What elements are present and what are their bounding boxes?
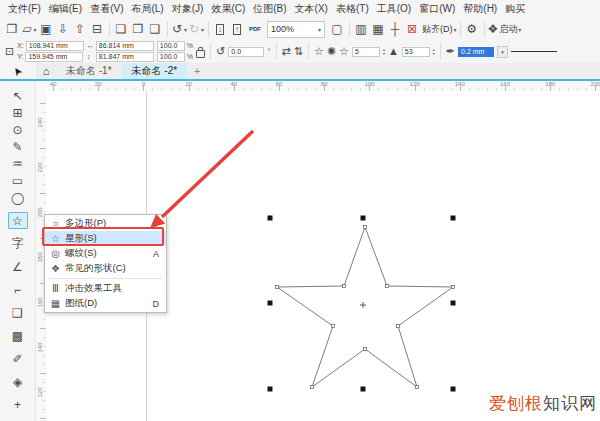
shadow-tool[interactable]: ❑	[8, 304, 28, 321]
menu-view[interactable]: 查看(V)	[86, 1, 127, 17]
open-button[interactable]: ▱	[21, 20, 38, 38]
height-field[interactable]: 81.847 mm	[96, 52, 154, 62]
menu-buy[interactable]: 购买	[501, 1, 529, 17]
zoom-tool[interactable]: ⊙	[8, 121, 28, 138]
shape-tools-flyout: ○ 多边形(P) Y ☆ 星形(S) ◎ 螺纹(S) A ❖ 常见的形状(C)	[44, 214, 167, 313]
flyout-item-polygon[interactable]: ○ 多边形(P) Y	[45, 216, 166, 231]
new-tab-button[interactable]: +	[187, 63, 207, 79]
divider	[210, 43, 211, 60]
points-spinner[interactable]	[383, 48, 385, 56]
print-button[interactable]: ⊟	[89, 20, 106, 38]
menu-help[interactable]: 帮助(H)	[459, 1, 501, 17]
freehand-tool[interactable]: ✎	[8, 138, 28, 155]
show-rulers-button[interactable]: ▥	[353, 20, 370, 38]
outline-style-selector[interactable]	[511, 47, 557, 57]
cloud-download-button[interactable]: ⇩	[55, 20, 72, 38]
scale-h-field[interactable]: 100.0	[157, 41, 185, 51]
rotation-angle-field[interactable]: 0.0	[228, 47, 264, 57]
ellipse-tool[interactable]: ◯	[8, 189, 28, 206]
crop-tool[interactable]: ⊞	[8, 104, 28, 121]
points-icon: ☆	[339, 46, 349, 57]
x-position-field[interactable]: 108.941 mm	[26, 41, 84, 51]
polygon-tool[interactable]: ☆	[8, 212, 28, 229]
flyout-item-spiral[interactable]: ◎ 螺纹(S) A	[45, 246, 166, 261]
toolbar-button-icon: ▢	[331, 22, 342, 36]
home-icon: ⌂	[43, 65, 50, 77]
outline-width-field[interactable]: 0.2 mm	[458, 47, 494, 57]
width-field[interactable]: 86.814 mm	[96, 41, 154, 51]
menu-tools[interactable]: 工具(O)	[373, 1, 415, 17]
mirror-vertical-button[interactable]: ⇅	[294, 46, 303, 57]
menu-file[interactable]: 文件(F)	[4, 1, 45, 17]
sharpness-spinner[interactable]	[433, 48, 435, 56]
launch-button[interactable]: ❖ 启动	[488, 20, 522, 38]
lock-ratio-button[interactable]	[196, 50, 205, 58]
cut-button[interactable]: ❏	[113, 20, 130, 38]
menu-text[interactable]: 文本(X)	[291, 1, 332, 17]
options-button[interactable]: ⚙	[464, 20, 481, 38]
points-field[interactable]: 5	[352, 47, 380, 57]
new-document-button[interactable]: ❐	[4, 20, 21, 38]
scale-v-field[interactable]: 100.0	[157, 52, 185, 62]
show-guidelines-button[interactable]: ┼	[387, 20, 404, 38]
text-tool[interactable]: 字	[8, 235, 28, 252]
connector-tool[interactable]: ⌐	[8, 281, 28, 298]
menu-edit[interactable]: 编辑(E)	[45, 1, 86, 17]
pick-tool[interactable]: ➤	[0, 63, 36, 79]
show-grid-button[interactable]: ▦	[370, 20, 387, 38]
flyout-item-star[interactable]: ☆ 星形(S)	[45, 231, 166, 246]
star-mode-button[interactable]: ☆	[314, 46, 324, 57]
mirror-horizontal-button[interactable]: ⇄	[282, 46, 291, 57]
toolbar-button[interactable]	[167, 22, 168, 37]
save-button[interactable]: ▣	[38, 20, 55, 38]
shape-tool[interactable]: ↖	[8, 87, 28, 104]
document-tab[interactable]: 未命名 -2*	[122, 63, 188, 79]
complex-star-mode-button[interactable]: ✺	[327, 46, 336, 57]
home-tab-button[interactable]: ⌂	[36, 63, 56, 79]
fullscreen-preview-button[interactable]: ▢	[329, 20, 346, 38]
publish-pdf-button[interactable]: PDF	[246, 20, 263, 38]
menu-window[interactable]: 窗口(W)	[415, 1, 459, 17]
sharpness-field[interactable]: 53	[402, 47, 430, 57]
menu-bitmaps[interactable]: 位图(B)	[249, 1, 290, 17]
flyout-item-graph-paper[interactable]: ▦ 图纸(D) D	[45, 296, 166, 311]
rectangle-tool[interactable]: ▭	[8, 172, 28, 189]
menu-layout[interactable]: 布局(L)	[127, 1, 167, 17]
more-tools-button[interactable]: +	[8, 396, 28, 413]
copy-button[interactable]: ❐	[130, 20, 147, 38]
toolbar-button-icon: ↺	[172, 22, 182, 36]
flyout-item-common-shapes[interactable]: ❖ 常见的形状(C)	[45, 261, 166, 276]
menu-object[interactable]: 对象(J)	[168, 1, 208, 17]
pattern-fill-tool[interactable]: ▩	[8, 327, 28, 344]
redo-button[interactable]: ↻	[188, 20, 205, 38]
dimension-tool[interactable]: ∠	[8, 258, 28, 275]
undo-button[interactable]: ↺	[171, 20, 188, 38]
selection-handles[interactable]	[268, 216, 456, 392]
toolbar-button[interactable]	[349, 22, 350, 37]
tool-icon: ◯	[11, 191, 24, 205]
snap-to-button[interactable]: 贴齐(D)	[421, 20, 457, 38]
toolbar-button[interactable]	[208, 22, 209, 37]
toolbox: ↖ ⊞ ⊙ ✎ ♒ ▭ ◯	[0, 81, 36, 421]
outline-width-dropdown[interactable]: ▾	[497, 46, 508, 58]
paste-button[interactable]: ❑	[147, 20, 164, 38]
y-position-field[interactable]: 159.945 mm	[25, 52, 83, 62]
snap-off-button[interactable]: ⊠	[404, 20, 421, 38]
ruler-label: 240	[37, 116, 44, 130]
artistic-media-tool[interactable]: ♒	[8, 155, 28, 172]
interactive-fill-tool[interactable]: ◈	[8, 373, 28, 390]
toolbar-button[interactable]	[484, 22, 485, 37]
menu-effects[interactable]: 效果(C)	[207, 1, 249, 17]
eyedropper-tool[interactable]: ✐	[8, 350, 28, 367]
flyout-item-impact-tool[interactable]: Ⅲ 冲击效果工具	[45, 281, 166, 296]
cloud-upload-button[interactable]: ⇧	[72, 20, 89, 38]
import-button[interactable]: ↓	[212, 20, 229, 38]
flyout-item[interactable]	[49, 278, 162, 279]
document-tab[interactable]: 未命名 -1*	[56, 63, 122, 79]
toolbar-button[interactable]	[460, 22, 461, 37]
export-button[interactable]: ↑	[229, 20, 246, 38]
menu-table[interactable]: 表格(T)	[332, 1, 373, 17]
star-shape[interactable]	[276, 226, 455, 389]
zoom-level-select[interactable]: 100% ▾	[267, 21, 325, 38]
toolbar-button[interactable]	[109, 22, 110, 37]
